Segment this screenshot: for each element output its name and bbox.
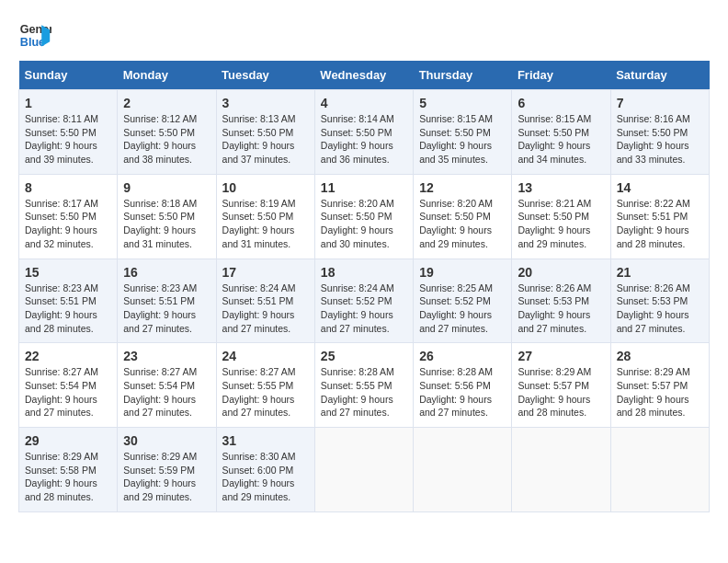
day-number: 8 (25, 180, 111, 195)
weekday-header-wednesday: Wednesday (314, 61, 413, 90)
weekday-header-friday: Friday (512, 61, 610, 90)
day-info: Sunrise: 8:18 AM Sunset: 5:50 PM Dayligh… (123, 197, 210, 251)
day-number: 6 (518, 96, 604, 110)
day-number: 5 (419, 96, 506, 110)
day-info: Sunrise: 8:26 AM Sunset: 5:53 PM Dayligh… (518, 282, 604, 336)
calendar-cell: 14Sunrise: 8:22 AM Sunset: 5:51 PM Dayli… (610, 174, 709, 259)
day-info: Sunrise: 8:25 AM Sunset: 5:52 PM Dayligh… (419, 282, 506, 336)
calendar-cell: 30Sunrise: 8:29 AM Sunset: 5:59 PM Dayli… (118, 428, 216, 512)
day-number: 9 (123, 180, 210, 195)
day-number: 27 (518, 349, 604, 363)
day-number: 23 (123, 349, 210, 363)
day-info: Sunrise: 8:24 AM Sunset: 5:52 PM Dayligh… (321, 282, 407, 336)
calendar-cell: 12Sunrise: 8:20 AM Sunset: 5:50 PM Dayli… (414, 174, 512, 259)
day-number: 31 (222, 433, 309, 448)
calendar-cell: 20Sunrise: 8:26 AM Sunset: 5:53 PM Dayli… (512, 259, 610, 343)
day-info: Sunrise: 8:17 AM Sunset: 5:50 PM Dayligh… (25, 197, 111, 251)
day-info: Sunrise: 8:29 AM Sunset: 5:59 PM Dayligh… (123, 450, 210, 504)
day-info: Sunrise: 8:29 AM Sunset: 5:57 PM Dayligh… (617, 365, 703, 419)
day-number: 25 (321, 349, 407, 363)
calendar-cell: 27Sunrise: 8:29 AM Sunset: 5:57 PM Dayli… (512, 343, 610, 428)
day-number: 30 (123, 433, 210, 448)
day-info: Sunrise: 8:27 AM Sunset: 5:54 PM Dayligh… (25, 365, 111, 419)
weekday-header-tuesday: Tuesday (216, 61, 314, 90)
day-number: 22 (25, 349, 111, 363)
calendar-cell: 29Sunrise: 8:29 AM Sunset: 5:58 PM Dayli… (19, 428, 118, 512)
calendar-cell (414, 428, 512, 512)
day-info: Sunrise: 8:27 AM Sunset: 5:54 PM Dayligh… (123, 365, 210, 419)
calendar-week-row: 1Sunrise: 8:11 AM Sunset: 5:50 PM Daylig… (19, 90, 710, 175)
day-number: 7 (617, 96, 703, 110)
calendar-cell: 17Sunrise: 8:24 AM Sunset: 5:51 PM Dayli… (216, 259, 314, 343)
calendar-cell: 9Sunrise: 8:18 AM Sunset: 5:50 PM Daylig… (118, 174, 216, 259)
day-info: Sunrise: 8:16 AM Sunset: 5:50 PM Dayligh… (617, 112, 703, 167)
calendar-cell: 11Sunrise: 8:20 AM Sunset: 5:50 PM Dayli… (314, 174, 413, 259)
calendar-cell (512, 428, 610, 512)
day-info: Sunrise: 8:20 AM Sunset: 5:50 PM Dayligh… (321, 197, 407, 251)
day-number: 21 (617, 265, 703, 280)
logo: General Blue (18, 18, 57, 52)
day-info: Sunrise: 8:22 AM Sunset: 5:51 PM Dayligh… (617, 197, 703, 251)
calendar-cell: 15Sunrise: 8:23 AM Sunset: 5:51 PM Dayli… (19, 259, 118, 343)
calendar-cell (610, 428, 709, 512)
day-number: 2 (123, 96, 210, 110)
day-info: Sunrise: 8:15 AM Sunset: 5:50 PM Dayligh… (419, 112, 506, 167)
calendar-cell: 6Sunrise: 8:15 AM Sunset: 5:50 PM Daylig… (512, 90, 610, 175)
day-info: Sunrise: 8:28 AM Sunset: 5:56 PM Dayligh… (419, 365, 506, 419)
calendar-cell: 22Sunrise: 8:27 AM Sunset: 5:54 PM Dayli… (19, 343, 118, 428)
day-info: Sunrise: 8:26 AM Sunset: 5:53 PM Dayligh… (617, 282, 703, 336)
day-number: 10 (222, 180, 309, 195)
day-number: 14 (617, 180, 703, 195)
calendar-week-row: 22Sunrise: 8:27 AM Sunset: 5:54 PM Dayli… (19, 343, 710, 428)
day-number: 17 (222, 265, 309, 280)
day-number: 20 (518, 265, 604, 280)
day-info: Sunrise: 8:11 AM Sunset: 5:50 PM Dayligh… (25, 112, 111, 167)
day-info: Sunrise: 8:23 AM Sunset: 5:51 PM Dayligh… (123, 282, 210, 336)
day-info: Sunrise: 8:30 AM Sunset: 6:00 PM Dayligh… (222, 450, 309, 504)
day-info: Sunrise: 8:12 AM Sunset: 5:50 PM Dayligh… (123, 112, 210, 167)
day-number: 4 (321, 96, 407, 110)
calendar-cell: 2Sunrise: 8:12 AM Sunset: 5:50 PM Daylig… (118, 90, 216, 175)
calendar-cell (314, 428, 413, 512)
day-info: Sunrise: 8:19 AM Sunset: 5:50 PM Dayligh… (222, 197, 309, 251)
day-info: Sunrise: 8:27 AM Sunset: 5:55 PM Dayligh… (222, 365, 309, 419)
day-number: 19 (419, 265, 506, 280)
calendar-cell: 7Sunrise: 8:16 AM Sunset: 5:50 PM Daylig… (610, 90, 709, 175)
calendar-cell: 28Sunrise: 8:29 AM Sunset: 5:57 PM Dayli… (610, 343, 709, 428)
day-info: Sunrise: 8:13 AM Sunset: 5:50 PM Dayligh… (222, 112, 309, 167)
day-info: Sunrise: 8:24 AM Sunset: 5:51 PM Dayligh… (222, 282, 309, 336)
day-number: 29 (25, 433, 111, 448)
day-number: 16 (123, 265, 210, 280)
day-number: 28 (617, 349, 703, 363)
logo-icon: General Blue (18, 18, 51, 52)
day-number: 15 (25, 265, 111, 280)
day-number: 3 (222, 96, 309, 110)
calendar-week-row: 29Sunrise: 8:29 AM Sunset: 5:58 PM Dayli… (19, 428, 710, 512)
day-number: 18 (321, 265, 407, 280)
calendar-cell: 1Sunrise: 8:11 AM Sunset: 5:50 PM Daylig… (19, 90, 118, 175)
day-number: 11 (321, 180, 407, 195)
svg-text:Blue: Blue (20, 36, 45, 49)
calendar-week-row: 8Sunrise: 8:17 AM Sunset: 5:50 PM Daylig… (19, 174, 710, 259)
weekday-header-sunday: Sunday (19, 61, 118, 90)
calendar-week-row: 15Sunrise: 8:23 AM Sunset: 5:51 PM Dayli… (19, 259, 710, 343)
calendar-cell: 16Sunrise: 8:23 AM Sunset: 5:51 PM Dayli… (118, 259, 216, 343)
calendar-cell: 8Sunrise: 8:17 AM Sunset: 5:50 PM Daylig… (19, 174, 118, 259)
day-number: 1 (25, 96, 111, 110)
calendar-table: SundayMondayTuesdayWednesdayThursdayFrid… (18, 61, 710, 512)
day-info: Sunrise: 8:20 AM Sunset: 5:50 PM Dayligh… (419, 197, 506, 251)
day-info: Sunrise: 8:21 AM Sunset: 5:50 PM Dayligh… (518, 197, 604, 251)
day-info: Sunrise: 8:14 AM Sunset: 5:50 PM Dayligh… (321, 112, 407, 167)
calendar-cell: 19Sunrise: 8:25 AM Sunset: 5:52 PM Dayli… (414, 259, 512, 343)
calendar-cell: 24Sunrise: 8:27 AM Sunset: 5:55 PM Dayli… (216, 343, 314, 428)
calendar-cell: 31Sunrise: 8:30 AM Sunset: 6:00 PM Dayli… (216, 428, 314, 512)
weekday-header-row: SundayMondayTuesdayWednesdayThursdayFrid… (19, 61, 710, 90)
calendar-cell: 25Sunrise: 8:28 AM Sunset: 5:55 PM Dayli… (314, 343, 413, 428)
day-number: 26 (419, 349, 506, 363)
header: General Blue (18, 18, 710, 52)
calendar-cell: 26Sunrise: 8:28 AM Sunset: 5:56 PM Dayli… (414, 343, 512, 428)
calendar-cell: 3Sunrise: 8:13 AM Sunset: 5:50 PM Daylig… (216, 90, 314, 175)
calendar-cell: 21Sunrise: 8:26 AM Sunset: 5:53 PM Dayli… (610, 259, 709, 343)
weekday-header-monday: Monday (118, 61, 216, 90)
day-info: Sunrise: 8:29 AM Sunset: 5:58 PM Dayligh… (25, 450, 111, 504)
